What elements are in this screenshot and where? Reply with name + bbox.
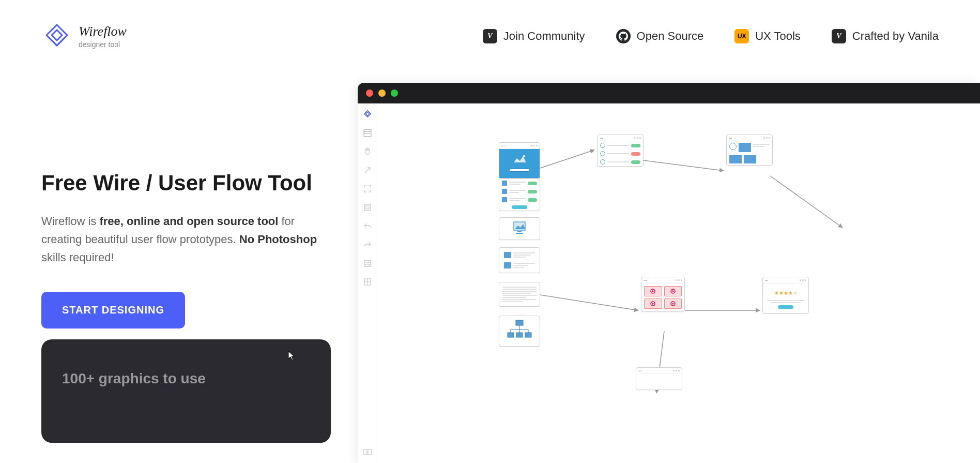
flow-node[interactable] (499, 282, 540, 307)
svg-rect-22 (516, 233, 523, 234)
flow-node[interactable] (499, 217, 540, 240)
svg-line-16 (540, 295, 638, 310)
tool-undo-icon[interactable] (363, 221, 372, 231)
feature-card: 100+ graphics to use (41, 339, 331, 443)
tool-hand-icon[interactable] (363, 147, 372, 156)
tool-fit-icon[interactable] (363, 203, 372, 212)
app-body: ••• (358, 103, 980, 463)
vanila-icon: V (483, 29, 497, 43)
svg-rect-23 (516, 320, 523, 325)
nav: V Join Community Open Source UX UX Tools… (483, 29, 939, 43)
hero-section: Free Wire / User Flow Tool Wireflow is f… (0, 52, 331, 328)
nav-label: Join Community (503, 29, 585, 43)
brand-tagline: designer tool (79, 40, 127, 49)
canvas[interactable]: ••• (377, 103, 980, 463)
tool-save-icon[interactable] (363, 259, 372, 268)
app-window-preview: ••• (358, 83, 980, 463)
vanila-icon: V (832, 29, 846, 43)
tool-logo-icon[interactable] (363, 110, 372, 119)
svg-rect-12 (368, 450, 372, 455)
svg-rect-30 (516, 333, 523, 337)
nav-label: Open Source (637, 29, 704, 43)
svg-rect-29 (508, 333, 514, 337)
github-icon (616, 29, 631, 43)
tool-fullscreen-icon[interactable] (363, 184, 372, 193)
cursor-icon (288, 351, 295, 361)
svg-line-14 (644, 160, 724, 171)
logo[interactable]: Wireflow designer tool (41, 21, 127, 52)
svg-rect-0 (364, 129, 371, 137)
nav-label: Crafted by Vanila (852, 29, 939, 43)
tool-layout-icon[interactable] (363, 447, 372, 457)
wireflow-logo-icon (41, 21, 72, 52)
ux-icon: UX (734, 29, 749, 43)
hero-description: Wireflow is free, online and open source… (41, 212, 331, 267)
flow-node[interactable]: ••• (636, 367, 682, 390)
logo-text: Wireflow designer tool (79, 24, 127, 49)
svg-line-15 (770, 176, 843, 228)
tool-grid-icon[interactable] (363, 277, 372, 287)
nav-ux-tools[interactable]: UX UX Tools (734, 29, 801, 43)
window-minimize-icon (378, 89, 386, 97)
svg-rect-31 (525, 333, 531, 337)
svg-rect-3 (364, 204, 371, 211)
flow-node[interactable]: ••• (726, 135, 773, 166)
flow-node[interactable]: ••• (499, 142, 540, 178)
svg-line-13 (540, 150, 594, 168)
brand-name: Wireflow (79, 24, 127, 39)
flow-node[interactable]: ••• ★★★★★ (762, 277, 809, 313)
window-close-icon (366, 89, 373, 97)
flow-node[interactable] (499, 178, 540, 211)
feature-card-title: 100+ graphics to use (62, 370, 310, 387)
header: Wireflow designer tool V Join Community … (0, 0, 980, 52)
svg-rect-6 (366, 260, 369, 263)
flow-node[interactable] (499, 247, 540, 273)
nav-join-community[interactable]: V Join Community (483, 29, 585, 43)
flow-node[interactable]: ••• (641, 277, 685, 312)
flow-node[interactable]: ••• (597, 135, 644, 167)
start-designing-button[interactable]: START DESIGNING (41, 292, 185, 328)
nav-crafted-by-vanila[interactable]: V Crafted by Vanila (832, 29, 939, 43)
svg-rect-11 (363, 450, 367, 455)
app-toolbar (358, 103, 377, 463)
window-maximize-icon (391, 89, 398, 97)
svg-rect-4 (366, 206, 369, 209)
nav-open-source[interactable]: Open Source (616, 29, 704, 43)
hero-title: Free Wire / User Flow Tool (41, 171, 331, 196)
svg-point-19 (523, 155, 525, 157)
app-titlebar (358, 83, 980, 103)
tool-arrow-icon[interactable] (363, 166, 372, 175)
tool-redo-icon[interactable] (363, 240, 372, 249)
tool-template-icon[interactable] (363, 128, 372, 138)
svg-rect-21 (517, 231, 522, 232)
svg-rect-7 (365, 264, 370, 266)
nav-label: UX Tools (755, 29, 801, 43)
flow-node[interactable] (499, 316, 540, 347)
